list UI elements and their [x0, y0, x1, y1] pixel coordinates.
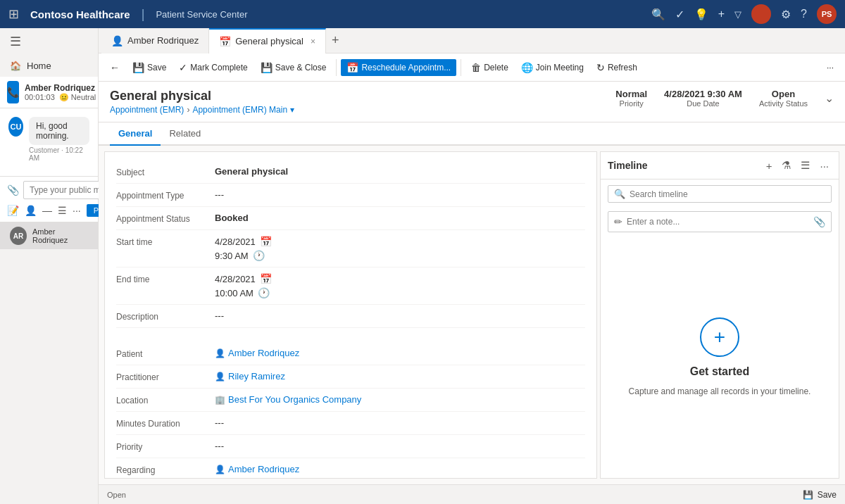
note-icon[interactable]: 📝 — [7, 205, 19, 216]
plus-icon[interactable]: + — [718, 8, 725, 20]
sidebar: ☰ 🏠 Home 📞 Amber Rodriquez 00:01:03 😐 Ne… — [0, 28, 99, 504]
timeline-view-button[interactable]: ☰ — [798, 158, 813, 173]
regarding-value[interactable]: 👤 Amber Rodriquez — [215, 464, 585, 474]
form-row-subject: Subject General physical — [116, 160, 585, 184]
description-label: Description — [116, 310, 215, 322]
timeline-filter-button[interactable]: ⚗ — [779, 158, 794, 173]
person-icon[interactable]: 👤 — [25, 205, 37, 216]
priority-meta: Normal Priority — [615, 89, 647, 108]
mark-complete-button[interactable]: ✓ Mark Complete — [173, 59, 253, 76]
priority-field-value: --- — [215, 441, 585, 451]
tab-related[interactable]: Related — [161, 122, 209, 146]
sidebar-contact-item[interactable]: AR Amber Rodriquez — [0, 222, 98, 249]
refresh-button[interactable]: ↻ Refresh — [591, 59, 643, 76]
chat-message-item: CU Hi, good morning. Customer · 10:22 AM — [8, 117, 89, 162]
tab-close-button[interactable]: × — [311, 37, 315, 46]
location-link-icon: 🏢 — [215, 395, 225, 405]
save-button[interactable]: 💾 Save — [127, 59, 172, 76]
lightbulb-icon[interactable]: 💡 — [694, 8, 708, 21]
minutes-label: Minutes Duration — [116, 417, 215, 429]
patient-name: Amber Rodriquez — [228, 348, 299, 358]
home-icon: 🏠 — [10, 61, 21, 71]
timeline-empty-state: + Get started Capture and manage all rec… — [601, 235, 839, 478]
save-close-icon: 💾 — [261, 62, 273, 73]
search-icon[interactable]: 🔍 — [651, 8, 665, 21]
list-icon[interactable]: ☰ — [58, 205, 67, 216]
breadcrumb-2[interactable]: Appointment (EMR) Main — [192, 105, 287, 115]
more-icon[interactable]: ··· — [73, 205, 81, 216]
active-call-panel: 📞 Amber Rodriquez 00:01:03 😐 Neutral End — [0, 77, 98, 222]
user-avatar[interactable]: PS — [817, 4, 837, 24]
tab-bar: 👤 Amber Rodriquez 📅 General physical × + — [99, 28, 845, 53]
patient-value[interactable]: 👤 Amber Rodriquez — [215, 348, 585, 358]
join-icon: 🌐 — [521, 62, 533, 73]
apptstatus-label: Appointment Status — [116, 213, 215, 224]
app-grid-icon[interactable]: ⊞ — [8, 6, 19, 22]
save-close-button[interactable]: 💾 Save & Close — [255, 59, 332, 76]
content-area: 👤 Amber Rodriquez 📅 General physical × +… — [99, 28, 845, 504]
practitioner-name: Riley Ramirez — [228, 371, 285, 382]
timeline-note-input[interactable] — [627, 217, 809, 227]
settings-icon[interactable]: ⚙ — [781, 8, 791, 21]
sidebar-toggle[interactable]: ☰ — [0, 28, 98, 55]
timeline-search-input[interactable] — [630, 189, 825, 199]
app-name: Patient Service Center — [156, 9, 247, 20]
back-icon: ← — [110, 62, 120, 73]
calendar-tab-icon: 📅 — [219, 36, 231, 47]
end-date-calendar-icon[interactable]: 📅 — [260, 273, 272, 284]
practitioner-value[interactable]: 👤 Riley Ramirez — [215, 371, 585, 382]
timeline-empty-add-button[interactable]: + — [700, 317, 739, 357]
chat-toolbar: 📝 👤 — ☰ ··· Public Internal — [7, 203, 91, 218]
dash-icon[interactable]: — — [42, 205, 52, 216]
timeline-header: Timeline + ⚗ ☰ ··· — [601, 152, 839, 179]
sentiment-icon: 😐 — [59, 93, 69, 102]
sidebar-item-home[interactable]: 🏠 Home — [0, 55, 98, 77]
description-value: --- — [215, 310, 585, 321]
form-section-main: Subject General physical Appointment Typ… — [105, 152, 596, 479]
person-tab-icon: 👤 — [111, 35, 123, 46]
start-date-calendar-icon[interactable]: 📅 — [260, 236, 272, 247]
breadcrumb-separator: › — [187, 105, 189, 115]
record-title-area: General physical Appointment (EMR) › App… — [110, 89, 615, 115]
toolbar-separator-1 — [336, 59, 337, 76]
tab-amber[interactable]: 👤 Amber Rodriquez — [101, 28, 209, 53]
form-row-endtime: End time 4/28/2021 📅 10:00 AM — [116, 267, 585, 305]
tab-general[interactable]: General — [110, 122, 161, 146]
start-date: 4/28/2021 — [215, 237, 256, 247]
tab-add-button[interactable]: + — [326, 33, 345, 48]
more-button[interactable]: ··· — [821, 60, 839, 75]
status-label: Activity Status — [759, 99, 808, 108]
endtime-value: 4/28/2021 📅 10:00 AM 🕐 — [215, 273, 585, 298]
tab-general-physical[interactable]: 📅 General physical × — [209, 28, 326, 53]
more-icon: ··· — [827, 63, 834, 73]
timeline-add-button[interactable]: + — [763, 158, 775, 173]
check-icon[interactable]: ✓ — [675, 8, 684, 21]
status-bar: Open 💾 Save — [99, 484, 845, 504]
attach-icon[interactable]: 📎 — [7, 184, 19, 196]
join-meeting-button[interactable]: 🌐 Join Meeting — [515, 59, 589, 76]
check-icon: ✓ — [179, 62, 187, 73]
location-value[interactable]: 🏢 Best For You Organics Company — [215, 394, 585, 405]
status-value: Open — [759, 89, 808, 99]
start-time-clock-icon[interactable]: 🕐 — [253, 250, 265, 261]
help-icon[interactable]: ? — [801, 8, 807, 20]
breadcrumb-dropdown-icon[interactable]: ▾ — [290, 105, 294, 115]
reschedule-button[interactable]: 📅 Reschedule Appointm... — [341, 59, 456, 76]
contact-name: Amber Rodriquez — [32, 227, 88, 244]
note-attach-icon[interactable]: 📎 — [813, 216, 825, 227]
expand-button[interactable]: ⌄ — [825, 92, 834, 105]
filter-icon[interactable]: ▽ — [734, 9, 741, 20]
action-toolbar: ← 💾 Save ✓ Mark Complete 💾 Save & Close … — [99, 53, 845, 82]
breadcrumb-1[interactable]: Appointment (EMR) — [110, 105, 184, 115]
statusbar-save-button[interactable]: 💾 Save — [803, 490, 837, 500]
start-time: 9:30 AM — [215, 251, 249, 261]
end-time-clock-icon[interactable]: 🕐 — [258, 287, 270, 298]
back-button[interactable]: ← — [104, 59, 125, 76]
timeline-more-button[interactable]: ··· — [817, 158, 832, 173]
form-row-regarding: Regarding 👤 Amber Rodriquez — [116, 458, 585, 479]
record-tabs: General Related — [99, 122, 845, 146]
form-row-patient: Patient 👤 Amber Rodriquez — [116, 342, 585, 365]
delete-button[interactable]: 🗑 Delete — [465, 59, 514, 76]
refresh-icon: ↻ — [596, 62, 605, 73]
brand-name: Contoso Healthcare — [30, 8, 130, 20]
